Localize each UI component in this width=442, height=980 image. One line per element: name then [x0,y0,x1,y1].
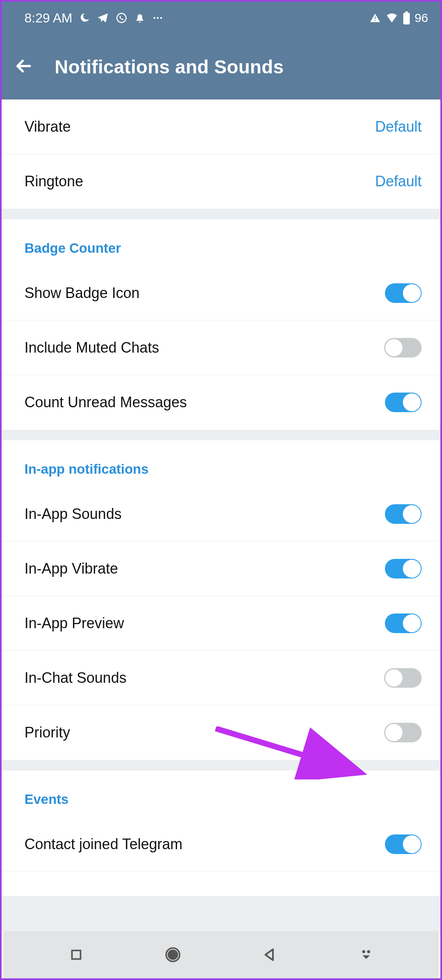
wifi-icon [385,12,398,24]
badge-header: Badge Counter [2,219,440,266]
contact-joined-row[interactable]: Contact joined Telegram [2,817,440,872]
nav-home-button[interactable] [161,942,185,967]
inapp-preview-label: In-App Preview [24,615,385,632]
moon-icon [79,12,90,24]
nav-bar [3,931,439,978]
svg-point-10 [168,950,177,959]
count-unread-toggle[interactable] [385,393,422,412]
nav-recent-button[interactable] [64,942,88,967]
svg-rect-5 [405,11,407,13]
svg-point-12 [367,950,370,954]
count-unread-row[interactable]: Count Unread Messages [2,375,440,430]
telegram-icon [97,12,109,24]
events-section: Events Contact joined Telegram [2,770,440,896]
inapp-sounds-label: In-App Sounds [24,505,385,523]
whatsapp-icon [115,12,128,24]
svg-point-11 [362,950,365,954]
back-button[interactable] [13,55,34,78]
svg-point-3 [160,17,162,19]
svg-rect-8 [72,951,80,959]
more-icon [152,12,164,24]
page-title: Notifications and Sounds [55,56,284,78]
inapp-vibrate-row[interactable]: In-App Vibrate [2,541,440,596]
priority-label: Priority [24,724,385,741]
warning-icon [369,12,381,24]
show-badge-label: Show Badge Icon [24,285,385,302]
inapp-preview-toggle[interactable] [385,614,422,633]
badge-section: Badge Counter Show Badge Icon Include Mu… [2,219,440,430]
priority-row[interactable]: Priority [2,705,440,760]
inapp-header: In-app notifications [2,440,440,487]
priority-toggle[interactable] [385,723,422,742]
notification-icon [134,12,146,24]
include-muted-label: Include Muted Chats [24,339,385,356]
svg-point-2 [157,17,159,19]
inchat-sounds-row[interactable]: In-Chat Sounds [2,651,440,705]
count-unread-label: Count Unread Messages [24,394,385,411]
inapp-vibrate-label: In-App Vibrate [24,560,385,577]
inapp-vibrate-toggle[interactable] [385,559,422,578]
vibrate-row[interactable]: Vibrate Default [2,99,440,154]
status-time: 8:29 AM [24,11,72,26]
include-muted-toggle[interactable] [385,338,422,358]
inapp-section: In-app notifications In-App Sounds In-Ap… [2,440,440,760]
sound-section: Vibrate Default Ringtone Default [2,99,440,209]
battery-level: 96 [415,11,428,25]
contact-joined-toggle[interactable] [385,834,422,854]
contact-joined-label: Contact joined Telegram [24,836,385,853]
inapp-preview-row[interactable]: In-App Preview [2,596,440,651]
include-muted-row[interactable]: Include Muted Chats [2,320,440,375]
partial-row[interactable] [2,872,440,896]
status-bar: 8:29 AM 96 [2,2,440,34]
settings-content[interactable]: Vibrate Default Ringtone Default Badge C… [2,99,440,931]
nav-back-button[interactable] [257,942,282,967]
inapp-sounds-row[interactable]: In-App Sounds [2,487,440,541]
inchat-sounds-toggle[interactable] [385,668,422,688]
inapp-sounds-toggle[interactable] [385,504,422,524]
battery-icon [402,11,411,24]
ringtone-value: Default [375,173,422,190]
ringtone-label: Ringtone [24,173,375,190]
ringtone-row[interactable]: Ringtone Default [2,154,440,209]
svg-point-1 [154,17,156,19]
show-badge-toggle[interactable] [385,283,422,303]
show-badge-row[interactable]: Show Badge Icon [2,266,440,320]
inchat-sounds-label: In-Chat Sounds [24,669,385,686]
app-bar: Notifications and Sounds [2,34,440,99]
nav-ime-button[interactable] [354,942,378,967]
svg-rect-4 [403,13,410,24]
vibrate-value: Default [375,118,422,135]
vibrate-label: Vibrate [24,118,375,135]
svg-point-0 [117,13,126,23]
events-header: Events [2,770,440,817]
